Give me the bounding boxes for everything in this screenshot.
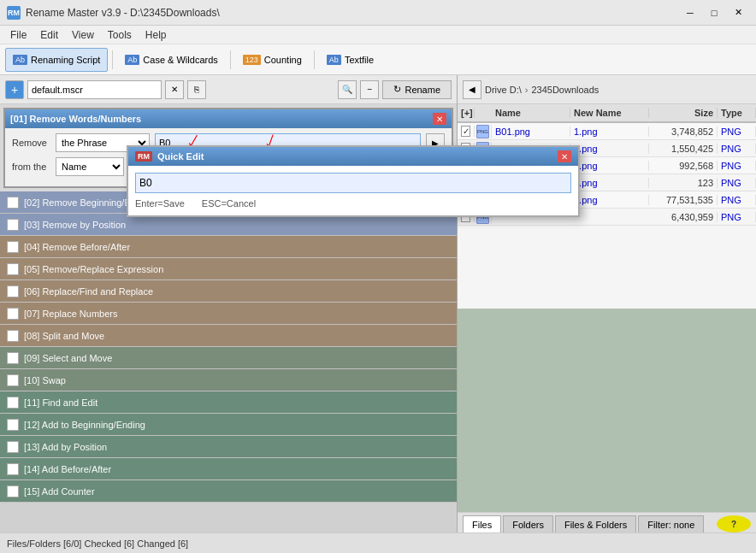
cell-newname-1: 1.png [570, 126, 649, 137]
close-button[interactable]: ✕ [727, 4, 749, 21]
checkbox-10[interactable] [7, 374, 19, 386]
table-row[interactable]: ✓ PNG B01.png 1.png 3,748,852 PNG [458, 123, 756, 140]
rename-button[interactable]: ↻ Rename [382, 80, 452, 99]
tab-filter[interactable]: Filter: none [638, 515, 704, 532]
cell-size-6: 6,430,959 [649, 212, 718, 222]
quick-edit-icon: RM [135, 151, 152, 162]
checkbox-08[interactable] [7, 330, 19, 342]
script-filename-input[interactable] [27, 80, 162, 99]
menu-edit[interactable]: Edit [33, 27, 65, 43]
checkbox-06[interactable] [7, 285, 19, 297]
list-item-15-label: [15] Add Counter [24, 486, 95, 497]
tab-textfile[interactable]: Ab Textfile [319, 48, 381, 72]
cell-type-6: PNG [718, 212, 756, 222]
tab-files[interactable]: Files [463, 515, 501, 532]
quick-edit-body: Enter=Save ESC=Cancel [128, 166, 578, 215]
tab-renaming-script-label: Renaming Script [31, 55, 100, 65]
checkbox-12[interactable] [7, 419, 19, 431]
checkbox-09[interactable] [7, 352, 19, 364]
list-item-05[interactable]: [05] Remove/Replace Expression [0, 258, 457, 280]
checkbox-02[interactable] [7, 197, 19, 209]
quick-edit-dialog: RM Quick Edit ✕ Enter=Save ESC=Cancel [127, 145, 580, 217]
dialog-close-button[interactable]: ✕ [433, 113, 446, 125]
textfile-icon: Ab [327, 55, 341, 65]
list-item-04-label: [04] Remove Before/After [24, 242, 130, 252]
clear-script-button[interactable]: ✕ [165, 80, 184, 99]
list-item-11[interactable]: [11] Find and Edit [0, 391, 457, 414]
col-plus: [+] [458, 108, 475, 118]
rename-button-label: Rename [405, 85, 440, 95]
menu-bar: File Edit View Tools Help [0, 26, 756, 44]
quick-edit-close-button[interactable]: ✕ [558, 150, 571, 162]
file-checkbox-1[interactable]: ✓ [461, 126, 470, 137]
copy-script-button[interactable]: ⎘ [187, 80, 206, 99]
checkbox-05[interactable] [7, 263, 19, 275]
checkbox-14[interactable] [7, 463, 19, 475]
quick-edit-input[interactable] [135, 173, 571, 193]
file-icon-1: PNG [476, 125, 489, 138]
maximize-button[interactable]: □ [703, 4, 725, 21]
tab-files-folders[interactable]: Files & Folders [555, 515, 636, 532]
minimize-button[interactable]: ─ [679, 4, 701, 21]
cell-check-1[interactable]: ✓ [458, 126, 475, 137]
dialog-title-bar: [01] Remove Words/Numbers ✕ [5, 109, 452, 128]
cell-type-2: PNG [718, 144, 756, 154]
cell-size-1: 3,748,852 [649, 126, 718, 137]
list-item-07[interactable]: [07] Replace Numbers [0, 303, 457, 325]
tab-counting[interactable]: 123 Counting [235, 48, 310, 72]
checkbox-11[interactable] [7, 397, 19, 409]
from-select[interactable]: Name Extension Both [56, 157, 124, 176]
list-item-08[interactable]: [08] Split and Move [0, 325, 457, 347]
status-text: Files/Folders [6/0] Checked [6] Changed … [7, 538, 188, 549]
checkbox-15[interactable] [7, 485, 19, 497]
script-toolbar: + ✕ ⎘ 🔍 − ↻ Rename [0, 75, 457, 104]
menu-view[interactable]: View [65, 27, 101, 43]
minus-button[interactable]: − [360, 80, 379, 99]
tab-counting-label: Counting [264, 55, 302, 65]
list-area: [02] Remove Beginning/Ending [03] Remove… [0, 191, 457, 532]
checkbox-07[interactable] [7, 308, 19, 320]
main-layout: + ✕ ⎘ 🔍 − ↻ Rename [01] Remove Words/Num… [0, 75, 756, 532]
checkbox-03[interactable] [7, 219, 19, 231]
case-icon: Ab [125, 55, 139, 65]
menu-tools[interactable]: Tools [101, 27, 139, 43]
tab-folders[interactable]: Folders [503, 515, 553, 532]
quick-edit-title-label: Quick Edit [157, 151, 204, 162]
menu-help[interactable]: Help [139, 27, 174, 43]
cell-size-5: 77,531,535 [649, 195, 718, 205]
menu-file[interactable]: File [3, 27, 33, 43]
list-item-12[interactable]: [12] Add to Beginning/Ending [0, 414, 457, 436]
toolbar-sep-3 [314, 50, 315, 69]
list-item-10[interactable]: [10] Swap [0, 369, 457, 391]
cell-newname-4: 4.png [570, 178, 649, 188]
cell-type-4: PNG [718, 178, 756, 188]
add-script-button[interactable]: + [5, 80, 24, 99]
list-item-06-label: [06] Replace/Find and Replace [24, 286, 153, 297]
toolbar-sep-1 [112, 50, 113, 69]
search-button[interactable]: 🔍 [338, 80, 357, 99]
app-icon: RM [7, 6, 21, 20]
checkbox-04[interactable] [7, 241, 19, 253]
dialog-title: [01] Remove Words/Numbers [10, 114, 141, 124]
cell-type-3: PNG [718, 161, 756, 171]
list-item-13[interactable]: [13] Add by Position [0, 436, 457, 458]
list-item-15[interactable]: [15] Add Counter [0, 480, 457, 503]
script-icon: Ab [13, 55, 27, 65]
list-item-07-label: [07] Replace Numbers [24, 309, 117, 319]
path-sep-1: › [525, 85, 529, 95]
tab-renaming-script[interactable]: Ab Renaming Script [5, 48, 108, 72]
checkbox-13[interactable] [7, 441, 19, 453]
tab-case-wildcards[interactable]: Ab Case & Wildcards [117, 48, 225, 72]
help-icon[interactable]: ? [717, 515, 751, 532]
col-name: Name [492, 108, 570, 118]
fromthe-label: from the [12, 162, 50, 172]
path-downloads: 2345Downloads [531, 85, 599, 95]
list-item-06[interactable]: [06] Replace/Find and Replace [0, 280, 457, 303]
back-button[interactable]: ◀ [463, 80, 481, 99]
tab-case-wildcards-label: Case & Wildcards [143, 55, 217, 65]
list-item-09[interactable]: [09] Select and Move [0, 347, 457, 369]
cell-size-4: 123 [649, 178, 718, 188]
list-item-14[interactable]: [14] Add Before/After [0, 458, 457, 480]
list-item-04[interactable]: [04] Remove Before/After [0, 236, 457, 258]
cell-newname-5: 5.png [570, 195, 649, 205]
